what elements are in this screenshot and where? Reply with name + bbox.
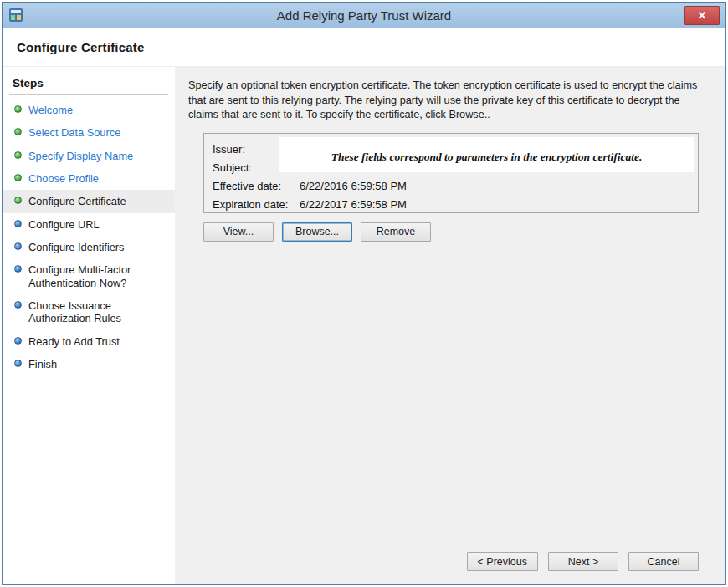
effective-date-label: Effective date: (213, 178, 300, 195)
step-choose-issuance-rules: Choose Issuance Authorization Rules (3, 294, 175, 330)
wizard-window: Add Relying Party Trust Wizard ✕ Configu… (2, 2, 726, 585)
step-done-icon (14, 128, 22, 135)
browse-button[interactable]: Browse... (282, 222, 352, 242)
steps-sidebar: Steps Welcome Select Data Source Specify… (3, 67, 175, 584)
step-specify-display-name[interactable]: Specify Display Name (3, 145, 175, 167)
step-configure-multifactor: Configure Multi-factor Authentication No… (3, 258, 175, 294)
expiration-date-value: 6/22/2017 6:59:58 PM (300, 197, 407, 213)
steps-heading: Steps (3, 74, 175, 94)
cancel-button[interactable]: Cancel (628, 552, 699, 571)
close-icon: ✕ (698, 9, 707, 22)
step-done-icon (14, 105, 22, 113)
expiration-date-row: Expiration date: 6/22/2017 6:59:58 PM (213, 196, 690, 214)
step-configure-certificate[interactable]: Configure Certificate (3, 190, 175, 212)
spacer (188, 242, 712, 544)
step-pending-icon (14, 242, 22, 250)
title-bar[interactable]: Add Relying Party Trust Wizard ✕ (3, 3, 725, 28)
annotation-overlay: These fields correspond to parameters in… (279, 137, 694, 172)
step-finish: Finish (3, 353, 175, 375)
effective-date-value: 6/22/2016 6:59:58 PM (300, 178, 407, 195)
step-done-icon (14, 151, 22, 159)
divider (192, 544, 699, 544)
close-button[interactable]: ✕ (684, 6, 720, 25)
certificate-actions: View... Browse... Remove (203, 222, 712, 242)
expiration-date-label: Expiration date: (213, 197, 300, 213)
step-pending-icon (14, 301, 22, 309)
previous-button[interactable]: < Previous (467, 552, 538, 571)
step-current-icon (14, 197, 22, 204)
app-icon (8, 8, 23, 23)
page-header: Configure Certificate (3, 28, 725, 67)
step-choose-profile[interactable]: Choose Profile (3, 167, 175, 190)
description-text: Specify an optional token encryption cer… (188, 79, 705, 123)
covered-text-edge (283, 140, 540, 140)
remove-button[interactable]: Remove (361, 222, 431, 242)
effective-date-row: Effective date: 6/22/2016 6:59:58 PM (213, 177, 690, 196)
step-pending-icon (14, 360, 22, 367)
step-ready-to-add-trust: Ready to Add Trust (3, 330, 175, 353)
wizard-footer: < Previous Next > Cancel (188, 544, 712, 584)
annotation-text: These fields correspond to parameters in… (331, 145, 643, 164)
window-title: Add Relying Party Trust Wizard (277, 8, 451, 23)
content-panel: Specify an optional token encryption cer… (175, 67, 725, 584)
step-configure-url: Configure URL (3, 213, 175, 236)
certificate-group: Issuer: Subject: Effective date: 6/22/20… (203, 133, 699, 213)
step-configure-identifiers: Configure Identifiers (3, 236, 175, 258)
step-select-data-source[interactable]: Select Data Source (3, 121, 175, 144)
step-pending-icon (14, 265, 22, 273)
view-button[interactable]: View... (203, 222, 274, 242)
divider (9, 94, 168, 95)
step-welcome[interactable]: Welcome (3, 99, 175, 121)
step-pending-icon (14, 337, 22, 345)
step-done-icon (14, 174, 22, 181)
page-title: Configure Certificate (17, 40, 145, 54)
next-button[interactable]: Next > (548, 552, 618, 571)
step-pending-icon (14, 220, 22, 227)
